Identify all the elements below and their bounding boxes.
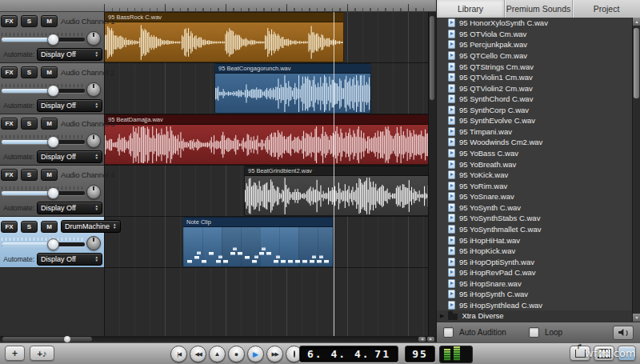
scroll-left-arrow-icon[interactable]: ◀ bbox=[418, 337, 426, 342]
fx-button[interactable]: FX bbox=[1, 221, 18, 233]
tab-premium-sounds[interactable]: Premium Sounds bbox=[505, 0, 573, 18]
clip-95-bassrock-c-wav[interactable]: 95 BassRock C.wav bbox=[104, 12, 344, 62]
library-file-row[interactable]: 95 iHopSnare.wav bbox=[437, 278, 632, 290]
library-file-row[interactable]: 95 iHopKick.wav bbox=[437, 246, 632, 257]
library-file-row[interactable]: 95 SynthEvolve C.wav bbox=[437, 115, 632, 126]
volume-slider-thumb[interactable] bbox=[47, 238, 59, 250]
library-file-row[interactable]: 95 QTViolin2 Cm.wav bbox=[437, 82, 632, 94]
clip-95-beatgrindbient2-wav[interactable]: 95 BeatGrindbient2.wav bbox=[244, 166, 429, 216]
pan-knob[interactable] bbox=[86, 82, 101, 97]
skip-start-button[interactable]: |◀ bbox=[170, 346, 187, 362]
track-header-4[interactable]: FX S M Audio Channel 4 Automate: Display… bbox=[0, 166, 104, 217]
fast-forward-button[interactable]: ▶▶ bbox=[266, 346, 283, 362]
library-file-row[interactable]: 95 QTStrings Cm.wav bbox=[437, 61, 632, 72]
mute-button[interactable]: M bbox=[41, 118, 58, 130]
track-header-1[interactable]: FX S M Audio Channel 1 Automate: Display… bbox=[0, 12, 104, 63]
library-folder-row[interactable]: ▶ Xtra Diverse bbox=[437, 310, 632, 322]
expander-arrow-icon[interactable]: ▶ bbox=[440, 313, 444, 319]
scroll-down-icon[interactable]: ▼ bbox=[633, 314, 640, 322]
library-file-row[interactable]: 95 QTCello Cm.wav bbox=[437, 50, 632, 62]
library-file-row[interactable]: 95 Percjunkpak.wav bbox=[437, 39, 632, 50]
volume-slider[interactable] bbox=[2, 242, 85, 246]
horizontal-scrollbar-thumb[interactable] bbox=[2, 337, 92, 342]
volume-slider-thumb[interactable] bbox=[47, 34, 59, 46]
play-button[interactable]: ▶ bbox=[247, 346, 264, 362]
loop-checkbox[interactable] bbox=[529, 327, 539, 338]
track-header-5[interactable]: FX S M DrumMachine▲▼ Automate: Display O… bbox=[0, 217, 104, 268]
tab-project[interactable]: Project bbox=[573, 0, 640, 18]
pan-knob[interactable] bbox=[86, 185, 101, 199]
arrangement-area[interactable]: 95 BassRock C.wav 95 BeatCongagorunch.wa… bbox=[104, 12, 436, 336]
library-file-row[interactable]: 95 Woodwinds Cm2.wav bbox=[437, 137, 632, 148]
tab-library[interactable]: Library bbox=[437, 0, 505, 18]
scroll-zoom-knob[interactable] bbox=[64, 336, 70, 342]
volume-slider[interactable] bbox=[2, 89, 85, 93]
pan-knob[interactable] bbox=[86, 31, 101, 46]
library-file-row[interactable]: 95 YoBreath.wav bbox=[437, 158, 632, 170]
library-file-row[interactable]: 95 SynthChord C.wav bbox=[437, 94, 632, 105]
clip-95-beatdamajja-wav[interactable]: 95 BeatDamajja.wav bbox=[104, 114, 429, 165]
vertical-scrollbar-thumb[interactable] bbox=[430, 16, 434, 100]
automate-select[interactable]: Display Off▲▼ bbox=[37, 99, 102, 112]
library-file-row[interactable]: 95 QTViolin1 Cm.wav bbox=[437, 72, 632, 83]
library-file-row[interactable]: 95 YoRim.wav bbox=[437, 180, 632, 191]
library-file-row[interactable]: 95 Timpani.wav bbox=[437, 126, 632, 138]
library-scrollbar[interactable]: ▲ ▼ bbox=[632, 18, 640, 322]
fx-button[interactable]: FX bbox=[1, 15, 18, 27]
library-file-row[interactable]: 95 HonorXyloSynth C.wav bbox=[437, 18, 632, 29]
solo-button[interactable]: S bbox=[21, 15, 38, 27]
mute-button[interactable]: M bbox=[41, 15, 58, 27]
mute-button[interactable]: M bbox=[41, 221, 58, 233]
solo-button[interactable]: S bbox=[21, 169, 38, 181]
library-file-row[interactable]: 95 iHopOptiSynth.wav bbox=[437, 256, 632, 267]
add-instrument-track-button[interactable]: +♪ bbox=[30, 346, 54, 361]
automate-select[interactable]: Display Off▲▼ bbox=[37, 253, 102, 266]
library-file-row[interactable]: 95 YoSynthStabs C.wav bbox=[437, 213, 632, 224]
automate-select[interactable]: Display Off▲▼ bbox=[37, 202, 102, 214]
library-file-row[interactable]: 95 YoKick.wav bbox=[437, 170, 632, 181]
fx-button[interactable]: FX bbox=[1, 118, 18, 130]
solo-button[interactable]: S bbox=[21, 221, 38, 233]
instrument-select[interactable]: DrumMachine▲▼ bbox=[61, 220, 121, 233]
library-file-row[interactable]: 95 YoSnare.wav bbox=[437, 191, 632, 202]
fx-button[interactable]: FX bbox=[1, 66, 18, 78]
library-file-row[interactable]: 95 iHopHiHat.wav bbox=[437, 234, 632, 246]
volume-slider-thumb[interactable] bbox=[47, 187, 59, 199]
auto-audition-checkbox[interactable] bbox=[443, 327, 454, 338]
record-button[interactable]: ● bbox=[228, 346, 245, 362]
mute-button[interactable]: M bbox=[41, 66, 58, 78]
position-display[interactable]: 6. 4. 4. 71 bbox=[299, 346, 398, 362]
scroll-right-arrow-icon[interactable]: ▶ bbox=[427, 337, 434, 342]
solo-button[interactable]: S bbox=[21, 66, 38, 78]
automate-select[interactable]: Display Off▲▼ bbox=[37, 150, 102, 163]
scroll-up-icon[interactable]: ▲ bbox=[633, 18, 640, 26]
automate-select[interactable]: Display Off▲▼ bbox=[37, 48, 102, 61]
library-scrollbar-thumb[interactable] bbox=[634, 28, 639, 98]
volume-slider[interactable] bbox=[2, 38, 85, 42]
track-header-2[interactable]: FX S M Audio Channel 2 Automate: Display… bbox=[0, 63, 104, 114]
pan-knob[interactable] bbox=[86, 134, 101, 148]
library-file-row[interactable]: 95 OTViola Cm.wav bbox=[437, 29, 632, 40]
preview-volume-button[interactable]: ) bbox=[613, 326, 634, 340]
library-file-row[interactable]: 95 iHopSynthlead C.wav bbox=[437, 300, 632, 311]
library-file-row[interactable]: 95 iHopSynth C.wav bbox=[437, 289, 632, 300]
clip-note-clip[interactable]: Note Clip bbox=[182, 217, 334, 267]
library-file-list[interactable]: 95 HonorXyloSynth C.wav 95 OTViola Cm.wa… bbox=[437, 18, 632, 322]
fx-button[interactable]: FX bbox=[1, 169, 18, 181]
mute-button[interactable]: M bbox=[41, 169, 58, 181]
pan-knob[interactable] bbox=[86, 236, 101, 250]
track-header-3[interactable]: FX S M Audio Channel 3 Automate: Display… bbox=[0, 114, 104, 166]
library-file-row[interactable]: 95 YoSynthmallet C.wav bbox=[437, 224, 632, 235]
rewind-button[interactable]: ◀◀ bbox=[190, 346, 206, 362]
volume-slider[interactable] bbox=[2, 140, 85, 144]
library-file-row[interactable]: 95 YoSynth C.wav bbox=[437, 202, 632, 214]
volume-slider[interactable] bbox=[2, 191, 85, 195]
add-track-button[interactable]: + bbox=[5, 346, 25, 361]
library-file-row[interactable]: 95 iHopRevPad C.wav bbox=[437, 267, 632, 278]
clip-95-beatcongagorunch-wav[interactable]: 95 BeatCongagorunch.wav bbox=[214, 63, 371, 114]
horizontal-scrollbar[interactable]: ◀ ▶ bbox=[0, 336, 436, 342]
tempo-display[interactable]: 95 bbox=[405, 346, 435, 362]
metronome-button[interactable]: ▲ bbox=[209, 346, 226, 362]
volume-slider-thumb[interactable] bbox=[47, 85, 59, 97]
timeline-ruler[interactable] bbox=[0, 0, 436, 12]
